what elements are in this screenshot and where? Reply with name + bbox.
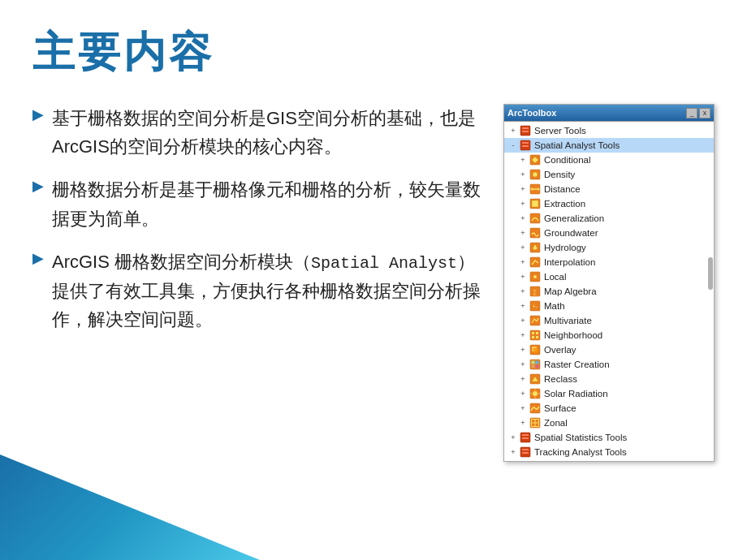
tree-item-spatial-statistics[interactable]: + Spatial Statistics Tools (504, 430, 714, 445)
expand-density[interactable]: + (517, 169, 529, 180)
label-distance: Distance (544, 184, 581, 194)
tree-item-reclass[interactable]: + Reclass (504, 372, 714, 386)
expand-zonal[interactable]: + (517, 417, 529, 429)
expand-reclass[interactable]: + (517, 373, 529, 385)
minimize-button[interactable]: _ (686, 108, 697, 118)
svg-rect-55 (522, 434, 529, 436)
tree-item-groundwater[interactable]: + Groundwater (504, 226, 714, 240)
expand-groundwater[interactable]: + (517, 227, 529, 239)
expand-conditional[interactable]: + (517, 154, 529, 166)
expand-distance[interactable]: + (517, 183, 529, 195)
svg-rect-38 (532, 361, 535, 364)
svg-rect-36 (533, 348, 538, 353)
svg-rect-39 (536, 361, 539, 364)
tree-item-local[interactable]: + Local (504, 269, 714, 284)
tree-item-hydrology[interactable]: + Hydrology (504, 240, 714, 255)
expand-map-algebra[interactable]: + (517, 286, 529, 297)
tree-item-raster-creation[interactable]: + Raster Creation (504, 357, 714, 372)
expand-tracking-analyst[interactable]: + (507, 446, 519, 458)
tree-item-overlay[interactable]: + Overlay (504, 342, 714, 357)
icon-raster-creation (529, 358, 542, 371)
label-groundwater: Groundwater (544, 228, 598, 238)
label-zonal: Zonal (544, 418, 568, 428)
icon-extraction (529, 197, 542, 210)
svg-rect-31 (536, 332, 538, 334)
svg-rect-18 (530, 257, 540, 267)
icon-map-algebra: ∑ (529, 285, 542, 298)
tree-item-extraction[interactable]: + Extraction (504, 196, 714, 211)
titlebar-buttons: _ x (686, 108, 710, 118)
tree-item-spatial-analyst[interactable]: - Spatial Analyst Tools (504, 138, 714, 153)
left-column: ▶ 基于栅格数据的空间分析是GIS空间分析的基础，也是ArcGIS的空间分析模块… (32, 104, 487, 544)
svg-rect-16 (530, 228, 540, 238)
expand-server-tools[interactable]: + (507, 125, 519, 136)
icon-density (529, 168, 542, 181)
svg-point-12 (538, 188, 540, 191)
label-neighborhood: Neighborhood (544, 330, 602, 340)
expand-math[interactable]: + (517, 300, 529, 312)
icon-spatial-analyst (519, 139, 532, 152)
expand-neighborhood[interactable]: + (517, 330, 529, 341)
expand-generalization[interactable]: + (517, 213, 529, 224)
tree-item-solar-radiation[interactable]: + Solar (504, 386, 714, 401)
tree-item-interpolation[interactable]: + Interpolation (504, 255, 714, 269)
expand-raster-creation[interactable]: + (517, 359, 529, 370)
icon-zonal (529, 416, 542, 429)
svg-rect-59 (522, 452, 529, 454)
page-title: 主要内容 (32, 24, 715, 81)
tree-item-server-tools[interactable]: + Server Tools (504, 123, 714, 138)
icon-groundwater (529, 226, 542, 239)
icon-interpolation (529, 256, 542, 269)
svg-point-44 (533, 391, 538, 396)
icon-solar-radiation (529, 387, 542, 400)
tree-item-neighborhood[interactable]: + Neighborhood (504, 328, 714, 342)
svg-text:∑: ∑ (533, 289, 537, 295)
svg-rect-25 (530, 316, 540, 325)
expand-extraction[interactable]: + (517, 198, 529, 209)
expand-interpolation[interactable]: + (517, 256, 529, 268)
expand-overlay[interactable]: + (517, 344, 529, 355)
expand-surface[interactable]: + (517, 403, 529, 414)
tree-item-zonal[interactable]: + Zonal (504, 416, 714, 430)
label-density: Density (544, 170, 575, 179)
arctoolbox-titlebar: ArcToolbox _ x (504, 105, 714, 121)
label-spatial-statistics: Spatial Statistics Tools (534, 433, 627, 442)
expand-solar-radiation[interactable]: + (517, 388, 529, 399)
icon-conditional (529, 153, 542, 166)
main-container: 主要内容 ▶ 基于栅格数据的空间分析是GIS空间分析的基础，也是ArcGIS的空… (0, 0, 747, 560)
icon-local (529, 270, 542, 283)
tree-item-surface[interactable]: + Surface (504, 401, 714, 416)
tree-item-math[interactable]: + +- Math (504, 299, 714, 313)
label-overlay: Overlay (544, 345, 576, 355)
bullet-item-3: ▶ ArcGIS 栅格数据空间分析模块（Spatial Analyst）提供了有… (32, 248, 487, 334)
svg-rect-58 (522, 449, 529, 450)
expand-spatial-statistics[interactable]: + (507, 432, 519, 443)
label-conditional: Conditional (544, 155, 591, 165)
close-button[interactable]: x (699, 108, 710, 118)
label-reclass: Reclass (544, 374, 577, 384)
label-surface: Surface (544, 403, 576, 413)
icon-neighborhood (529, 329, 542, 342)
icon-generalization (529, 212, 542, 225)
label-math: Math (544, 301, 565, 311)
svg-rect-30 (532, 332, 534, 334)
expand-local[interactable]: + (517, 271, 529, 282)
tree-item-map-algebra[interactable]: + ∑ Map Algebra (504, 284, 714, 299)
icon-multivariate (529, 314, 542, 327)
tree-item-conditional[interactable]: + Conditional (504, 153, 714, 167)
scrollbar[interactable] (708, 257, 713, 290)
bullet-arrow-2: ▶ (32, 177, 44, 195)
tree-item-multivariate[interactable]: + Multivariate (504, 313, 714, 328)
expand-hydrology[interactable]: + (517, 242, 529, 253)
tree-item-tracking-analyst[interactable]: + Tracking Analyst Tools (504, 445, 714, 459)
tree-item-density[interactable]: + Density (504, 167, 714, 182)
svg-text:+-: +- (533, 304, 538, 309)
expand-multivariate[interactable]: + (517, 315, 529, 326)
tree-item-distance[interactable]: + Distance (504, 182, 714, 196)
arctoolbox-title: ArcToolbox (507, 108, 556, 118)
label-raster-creation: Raster Creation (544, 360, 610, 369)
expand-spatial-analyst[interactable]: - (507, 140, 519, 151)
bullet-text-1: 基于栅格数据的空间分析是GIS空间分析的基础，也是ArcGIS的空间分析模块的核… (52, 104, 487, 161)
tree-item-generalization[interactable]: + Generalization (504, 211, 714, 226)
arctoolbox-body[interactable]: + Server Tools (504, 121, 714, 461)
